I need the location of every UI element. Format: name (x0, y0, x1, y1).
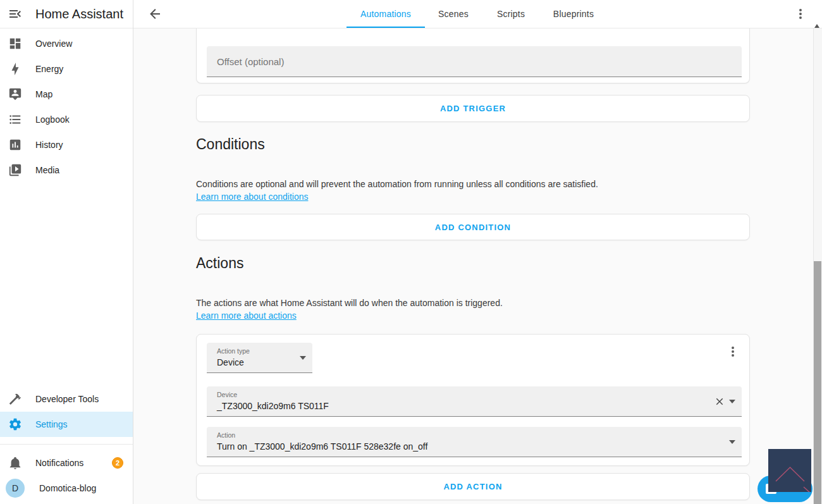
add-trigger-button[interactable]: ADD TRIGGER (196, 95, 750, 122)
sidebar-item-notifications[interactable]: Notifications 2 (0, 450, 133, 476)
actions-heading: Actions (196, 255, 243, 272)
device-field-value: _TZ3000_kdi2o9m6 TS011F (217, 401, 329, 411)
back-arrow-icon[interactable] (147, 6, 163, 22)
actions-learn-more-link[interactable]: Learn more about actions (196, 310, 297, 321)
conditions-heading: Conditions (196, 136, 265, 153)
tab-label: Scenes (438, 9, 469, 19)
scrollbar-up-arrow-icon[interactable] (814, 24, 819, 28)
sidebar-item-label: Developer Tools (35, 394, 99, 404)
sidebar-item-profile[interactable]: D Domotica-blog (0, 476, 133, 501)
active-tab-underline (347, 27, 425, 28)
trigger-card-partial: Offset (optional) (196, 28, 750, 83)
action-card-menu-icon[interactable] (725, 344, 740, 359)
tab-label: Blueprints (553, 9, 594, 19)
tab-scenes[interactable]: Scenes (425, 0, 482, 28)
add-condition-label: ADD CONDITION (435, 223, 511, 232)
notification-count-badge: 2 (112, 457, 123, 469)
chevron-down-icon[interactable] (729, 440, 735, 444)
sidebar-nav: Overview Energy Map Logbook History (0, 28, 133, 183)
play-box-icon (8, 163, 23, 178)
chevron-down-icon (300, 356, 306, 360)
sidebar-item-label: Notifications (35, 458, 83, 468)
chart-box-icon (8, 137, 23, 152)
action-type-select[interactable]: Action type Device (207, 343, 312, 373)
sidebar-item-media[interactable]: Media (0, 157, 133, 183)
account-tooltip-icon (8, 87, 23, 102)
view-dashboard-icon (8, 36, 23, 51)
sidebar-item-label: Media (35, 165, 59, 175)
overlay-logo-square (768, 449, 811, 492)
user-avatar: D (6, 479, 25, 498)
sidebar-footer-group: Notifications 2 D Domotica-blog (0, 450, 133, 501)
chevron-down-icon[interactable] (729, 400, 735, 403)
action-type-value: Device (217, 357, 244, 367)
tab-scripts[interactable]: Scripts (482, 0, 540, 28)
overflow-menu-icon[interactable] (793, 6, 808, 22)
device-field-label: Device (217, 391, 237, 398)
action-type-label: Action type (217, 347, 250, 355)
add-action-button[interactable]: ADD ACTION (196, 473, 750, 500)
scrollbar-thumb[interactable] (814, 261, 821, 504)
sidebar-item-settings[interactable]: Settings (0, 412, 133, 437)
sidebar-item-label: Map (35, 89, 52, 99)
tab-bar: Automations Scenes Scripts Blueprints (347, 0, 607, 28)
sidebar-item-map[interactable]: Map (0, 82, 133, 107)
sidebar-item-overview[interactable]: Overview (0, 31, 133, 56)
sidebar-item-label: Settings (35, 419, 68, 429)
sidebar-item-developer-tools[interactable]: Developer Tools (0, 386, 133, 412)
sidebar-item-label: Overview (35, 39, 72, 49)
tab-label: Scripts (497, 9, 525, 19)
add-condition-button[interactable]: ADD CONDITION (196, 214, 750, 240)
sidebar-toggle-menu-icon[interactable] (8, 6, 23, 22)
sidebar-divider (0, 444, 133, 445)
device-combobox[interactable]: Device _TZ3000_kdi2o9m6 TS011F (207, 386, 742, 417)
bell-icon (8, 455, 23, 470)
action-field-value: Turn on _TZ3000_kdi2o9m6 TS011F 528e32fe… (217, 441, 427, 452)
offset-input-placeholder: Offset (optional) (217, 56, 284, 67)
add-trigger-label: ADD TRIGGER (440, 104, 506, 113)
clear-device-icon[interactable] (714, 396, 725, 407)
add-action-label: ADD ACTION (443, 482, 502, 491)
tab-automations[interactable]: Automations (347, 0, 425, 28)
action-field-label: Action (217, 431, 235, 439)
sidebar-item-label: History (35, 140, 63, 150)
action-card: Action type Device Device _TZ3000_kdi2o9… (196, 334, 750, 466)
offset-input[interactable]: Offset (optional) (207, 46, 742, 77)
top-app-bar: Automations Scenes Scripts Blueprints (133, 0, 822, 28)
conditions-learn-more-link[interactable]: Learn more about conditions (196, 192, 308, 202)
lightning-bolt-icon (8, 61, 23, 77)
list-bulleted-icon (8, 112, 23, 127)
hammer-icon (8, 391, 23, 407)
action-select[interactable]: Action Turn on _TZ3000_kdi2o9m6 TS011F 5… (207, 427, 742, 457)
sidebar: Home Assistant Overview Energy Map Logbo… (0, 0, 133, 504)
conditions-description: Conditions are optional and will prevent… (196, 179, 598, 189)
app-title: Home Assistant (35, 7, 123, 22)
sidebar-item-label: Energy (35, 64, 63, 74)
actions-description: The actions are what Home Assistant will… (196, 298, 503, 308)
tab-label: Automations (360, 9, 411, 19)
sidebar-item-label: Domotica-blog (39, 483, 96, 493)
gear-icon (8, 417, 23, 432)
sidebar-item-label: Logbook (35, 114, 70, 125)
chevron-logo-icon (768, 449, 811, 492)
sidebar-item-energy[interactable]: Energy (0, 56, 133, 82)
sidebar-header: Home Assistant (0, 0, 133, 28)
sidebar-item-logbook[interactable]: Logbook (0, 107, 133, 132)
sidebar-item-history[interactable]: History (0, 132, 133, 157)
tab-blueprints[interactable]: Blueprints (540, 0, 607, 28)
sidebar-tools-group: Developer Tools Settings (0, 386, 133, 437)
